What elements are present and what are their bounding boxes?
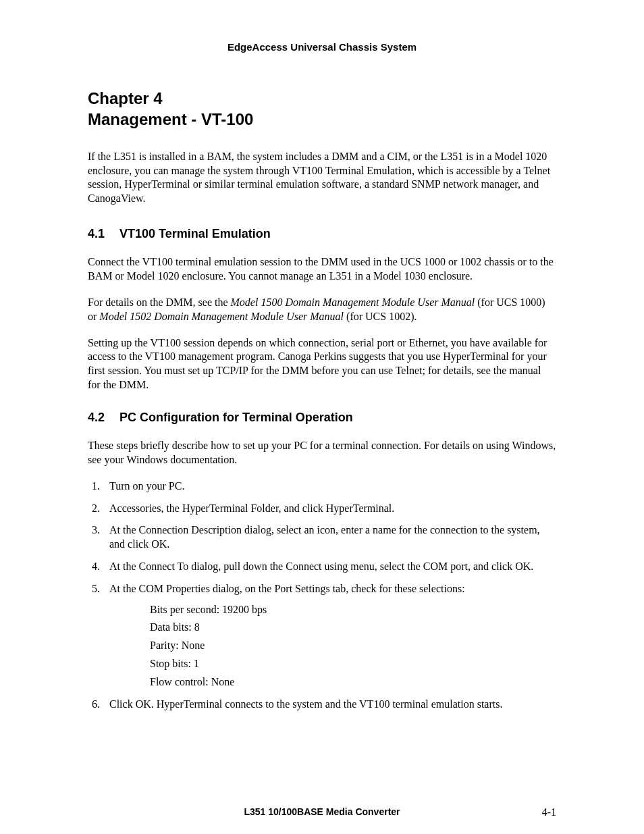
section-4-1-p1: Connect the VT100 terminal emulation ses… [88, 255, 556, 284]
page-header: EdgeAccess Universal Chassis System [88, 41, 556, 54]
page-footer: L351 10/100BASE Media Converter 4-1 [88, 806, 556, 818]
list-item: Accessories, the HyperTerminal Folder, a… [103, 502, 556, 516]
section-title: PC Configuration for Terminal Operation [119, 411, 353, 424]
page-number: 4-1 [542, 806, 556, 820]
section-4-1-heading: 4.1 VT100 Terminal Emulation [88, 226, 556, 242]
chapter-number: Chapter 4 [88, 88, 556, 109]
steps-list: Turn on your PC. Accessories, the HyperT… [88, 479, 556, 712]
list-item: At the COM Properties dialog, on the Por… [103, 582, 556, 689]
setting-stop-bits: Stop bits: 1 [150, 657, 556, 671]
setting-flow-control: Flow control: None [150, 675, 556, 689]
manual-reference-2: Model 1502 Domain Management Module User… [99, 311, 344, 322]
section-4-1-p3: Setting up the VT100 session depends on … [88, 336, 556, 392]
section-4-2-p1: These steps briefly describe how to set … [88, 439, 556, 467]
chapter-title: Chapter 4 Management - VT-100 [88, 88, 556, 130]
section-number: 4.1 [88, 226, 116, 242]
section-number: 4.2 [88, 410, 116, 425]
manual-reference-1: Model 1500 Domain Management Module User… [231, 296, 475, 308]
setting-bits-per-second: Bits per second: 19200 bps [150, 603, 556, 617]
list-item: At the Connect To dialog, pull down the … [103, 560, 556, 574]
section-4-2-heading: 4.2 PC Configuration for Terminal Operat… [88, 410, 556, 425]
list-item: At the Connection Description dialog, se… [103, 523, 556, 552]
port-settings-block: Bits per second: 19200 bps Data bits: 8 … [150, 603, 556, 689]
setting-parity: Parity: None [150, 639, 556, 653]
footer-title: L351 10/100BASE Media Converter [244, 806, 400, 817]
chapter-name: Management - VT-100 [88, 109, 556, 130]
intro-paragraph: If the L351 is installed in a BAM, the s… [88, 150, 556, 206]
list-item: Turn on your PC. [103, 479, 556, 494]
setting-data-bits: Data bits: 8 [150, 621, 556, 635]
section-title: VT100 Terminal Emulation [119, 227, 271, 240]
section-4-1-p2: For details on the DMM, see the Model 15… [88, 296, 556, 324]
list-item: Click OK. HyperTerminal connects to the … [103, 698, 556, 712]
